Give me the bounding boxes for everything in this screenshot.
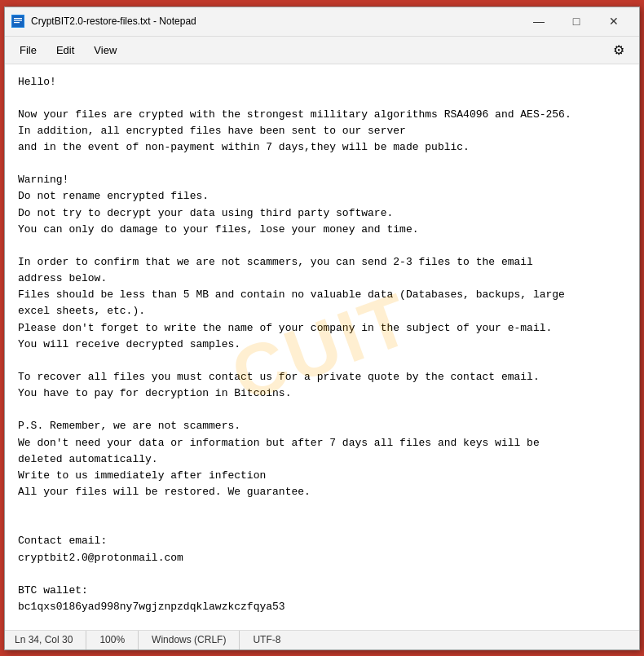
svg-rect-0 xyxy=(12,15,24,27)
title-bar: CryptBIT2.0-restore-files.txt - Notepad … xyxy=(5,7,639,37)
zoom-level: 100% xyxy=(86,631,139,649)
app-icon xyxy=(11,15,24,28)
status-bar: Ln 34, Col 30 100% Windows (CRLF) UTF-8 xyxy=(5,630,639,649)
close-button[interactable]: ✕ xyxy=(595,7,633,36)
menu-file[interactable]: File xyxy=(11,41,45,59)
encoding: UTF-8 xyxy=(240,631,293,649)
svg-rect-1 xyxy=(14,18,22,19)
window-title: CryptBIT2.0-restore-files.txt - Notepad xyxy=(31,15,520,27)
minimize-button[interactable]: — xyxy=(520,7,558,36)
editor-content: Hello! Now your files are crypted with t… xyxy=(18,74,626,630)
line-ending: Windows (CRLF) xyxy=(139,631,240,649)
maximize-button[interactable]: □ xyxy=(558,7,595,36)
window-controls: — □ ✕ xyxy=(520,7,633,36)
cursor-position: Ln 34, Col 30 xyxy=(15,631,86,649)
menu-edit[interactable]: Edit xyxy=(48,41,82,59)
settings-icon[interactable]: ⚙ xyxy=(605,39,633,61)
svg-rect-3 xyxy=(14,22,20,23)
svg-rect-2 xyxy=(14,20,22,21)
editor-area[interactable]: CUIT Hello! Now your files are crypted w… xyxy=(5,64,639,630)
notepad-window: CryptBIT2.0-restore-files.txt - Notepad … xyxy=(4,7,640,650)
menu-view[interactable]: View xyxy=(86,41,125,59)
menu-bar: File Edit View ⚙ xyxy=(5,37,639,64)
